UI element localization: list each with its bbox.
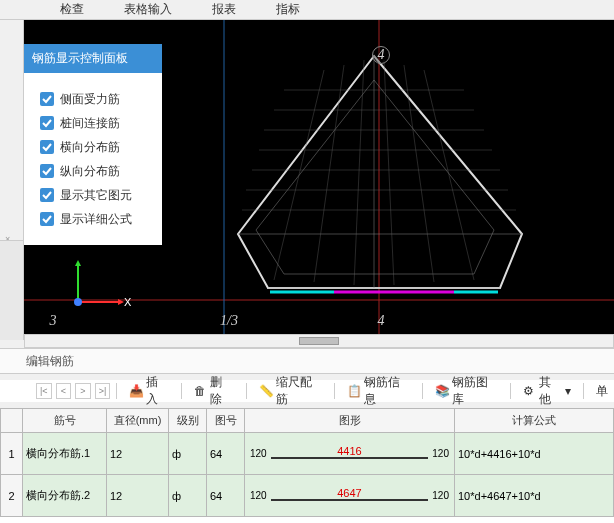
edit-toolbar: |< < > >| 📥插入 🗑删除 📏缩尺配筋 📋钢筋信息 📚钢筋图库 ⚙其他 … xyxy=(0,380,614,402)
checkbox-icon xyxy=(40,140,54,154)
option-show-formula[interactable]: 显示详细公式 xyxy=(40,207,152,231)
viewport-scroll-h[interactable] xyxy=(24,334,614,348)
option-horizontal[interactable]: 横向分布筋 xyxy=(40,135,152,159)
checkbox-icon xyxy=(40,212,54,226)
svg-line-16 xyxy=(314,65,344,282)
row-index: 2 xyxy=(1,475,23,517)
cell-formula[interactable]: 10*d+4647+10*d xyxy=(455,475,614,517)
table-row[interactable]: 1 横向分布筋.1 12 ф 64 1204416120 10*d+4416+1… xyxy=(1,433,614,475)
svg-line-15 xyxy=(274,70,324,280)
svg-line-20 xyxy=(424,70,474,280)
tab-check[interactable]: 检查 xyxy=(60,1,84,18)
library-icon: 📚 xyxy=(435,384,449,398)
cell-code[interactable]: 64 xyxy=(207,475,245,517)
library-button[interactable]: 📚钢筋图库 xyxy=(429,372,504,410)
grid-label-4-bottom: 4 xyxy=(372,312,390,330)
col-dia[interactable]: 直径(mm) xyxy=(107,409,169,433)
axis-x-label: X xyxy=(124,296,131,308)
table-header-row: 筋号 直径(mm) 级别 图号 图形 计算公式 xyxy=(1,409,614,433)
other-button[interactable]: ⚙其他 ▾ xyxy=(517,372,577,410)
rebar-table: 筋号 直径(mm) 级别 图号 图形 计算公式 1 横向分布筋.1 12 ф 6… xyxy=(0,408,614,523)
left-dock: × xyxy=(0,20,24,340)
row-index: 1 xyxy=(1,433,23,475)
grid-label-4-top: 4 xyxy=(372,46,390,64)
cell-name[interactable]: 横向分布筋.1 xyxy=(23,433,107,475)
nav-first-button[interactable]: |< xyxy=(36,383,52,399)
insert-button[interactable]: 📥插入 xyxy=(123,372,175,410)
axis-gizmo[interactable]: X xyxy=(64,250,124,310)
option-side-force[interactable]: 侧面受力筋 xyxy=(40,87,152,111)
nav-prev-button[interactable]: < xyxy=(56,383,72,399)
checkbox-icon xyxy=(40,164,54,178)
col-shape[interactable]: 图形 xyxy=(245,409,455,433)
nav-last-button[interactable]: >| xyxy=(95,383,111,399)
svg-line-17 xyxy=(354,60,364,285)
cell-dia[interactable]: 12 xyxy=(107,475,169,517)
svg-marker-3 xyxy=(238,56,522,288)
delete-button[interactable]: 🗑删除 xyxy=(188,372,240,410)
cell-level[interactable]: ф xyxy=(169,433,207,475)
checkbox-icon xyxy=(40,116,54,130)
corner-cell xyxy=(1,409,23,433)
checkbox-icon xyxy=(40,188,54,202)
panel-title: 钢筋显示控制面板 xyxy=(24,44,162,73)
tab-report[interactable]: 报表 xyxy=(212,1,236,18)
tab-index[interactable]: 指标 xyxy=(276,1,300,18)
svg-point-28 xyxy=(74,298,82,306)
grid-label-1-3: 1/3 xyxy=(220,312,238,330)
cell-shape[interactable]: 1204647120 xyxy=(245,475,455,517)
option-pile-connect[interactable]: 桩间连接筋 xyxy=(40,111,152,135)
col-name[interactable]: 筋号 xyxy=(23,409,107,433)
single-button[interactable]: 单 xyxy=(590,381,614,402)
model-viewport[interactable]: 4 3 1/3 4 X 钢筋显示控制面板 侧面受力筋 桩间连接筋 横向分布筋 纵… xyxy=(24,20,614,340)
svg-marker-4 xyxy=(256,80,494,274)
cell-code[interactable]: 64 xyxy=(207,433,245,475)
option-show-others[interactable]: 显示其它图元 xyxy=(40,183,152,207)
cell-level[interactable]: ф xyxy=(169,475,207,517)
cell-formula[interactable]: 10*d+4416+10*d xyxy=(455,433,614,475)
delete-icon: 🗑 xyxy=(194,384,208,398)
info-button[interactable]: 📋钢筋信息 xyxy=(341,372,416,410)
cell-dia[interactable]: 12 xyxy=(107,433,169,475)
col-formula[interactable]: 计算公式 xyxy=(455,409,614,433)
cell-name[interactable]: 横向分布筋.2 xyxy=(23,475,107,517)
nav-next-button[interactable]: > xyxy=(75,383,91,399)
col-code[interactable]: 图号 xyxy=(207,409,245,433)
grid-label-3: 3 xyxy=(44,312,62,330)
rebar-display-panel: 钢筋显示控制面板 侧面受力筋 桩间连接筋 横向分布筋 纵向分布筋 显示其它图元 … xyxy=(24,44,162,245)
scale-button[interactable]: 📏缩尺配筋 xyxy=(253,372,328,410)
insert-icon: 📥 xyxy=(129,384,143,398)
col-level[interactable]: 级别 xyxy=(169,409,207,433)
scale-icon: 📏 xyxy=(259,384,273,398)
cell-shape[interactable]: 1204416120 xyxy=(245,433,455,475)
svg-marker-27 xyxy=(75,260,81,266)
top-tabs-bar: 检查 表格输入 报表 指标 xyxy=(0,0,614,20)
edit-rebar-header: 编辑钢筋 xyxy=(0,348,614,374)
svg-line-18 xyxy=(384,60,394,285)
dock-lower xyxy=(0,240,23,340)
table-row[interactable]: 2 横向分布筋.2 12 ф 64 1204647120 10*d+4647+1… xyxy=(1,475,614,517)
other-icon: ⚙ xyxy=(523,384,536,398)
svg-line-19 xyxy=(404,65,434,282)
chevron-down-icon: ▾ xyxy=(565,384,571,398)
option-vertical[interactable]: 纵向分布筋 xyxy=(40,159,152,183)
scroll-thumb[interactable] xyxy=(299,337,339,345)
info-icon: 📋 xyxy=(347,384,361,398)
checkbox-icon xyxy=(40,92,54,106)
tab-table-input[interactable]: 表格输入 xyxy=(124,1,172,18)
